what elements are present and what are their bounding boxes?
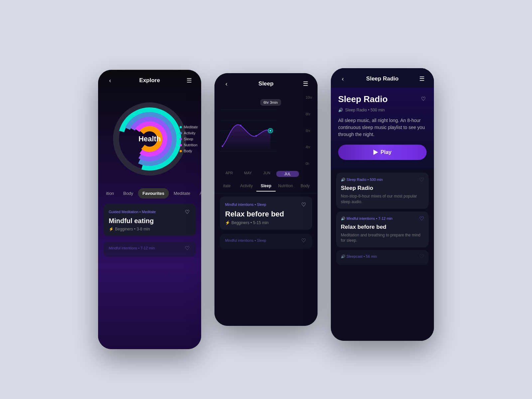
- list-card2-meta-text: 🔊 Mindful intentions • 7-12 min: [341, 216, 392, 221]
- dot-apr: [221, 146, 223, 147]
- list-card3-meta: 🔊 Sleepcast • 56 min ♡: [341, 253, 424, 260]
- heart-button[interactable]: ♡: [184, 208, 191, 215]
- hero-description: All sleep music, all night long. An 8-ho…: [338, 117, 427, 138]
- legend: Meditate Activity Sleep Nutrition: [180, 125, 198, 153]
- tab-sleep-2[interactable]: Sleep: [256, 181, 276, 192]
- phone2-tabs: itate Activity Sleep Nutrition Body: [214, 179, 318, 194]
- legend-nutrition: Nutrition: [180, 143, 198, 147]
- back-button[interactable]: ‹: [105, 76, 115, 85]
- menu-button-2[interactable]: ☰: [301, 79, 310, 88]
- list-card2-title: Relax before bed: [341, 224, 424, 230]
- legend-label-meditate: Meditate: [184, 125, 198, 129]
- list-heart-2[interactable]: ♡: [419, 215, 424, 222]
- tab-activity[interactable]: Activit: [195, 188, 201, 199]
- y-label-8hr: 8hr: [306, 112, 312, 116]
- list-card2-desc: Meditation and breathing to prepare the …: [341, 232, 424, 244]
- menu-button[interactable]: ☰: [185, 76, 194, 85]
- card2-meta: Mindful intentions • Sleep ♡: [225, 201, 307, 208]
- legend-activity: Activity: [180, 131, 198, 135]
- phone1-topbar: ‹ Explore ☰: [98, 70, 201, 89]
- y-labels: 10hr 8hr 6hr 4hr 0h: [306, 92, 312, 169]
- card2-meta-text: Mindful intentions • Sleep: [225, 202, 266, 206]
- x-label-apr[interactable]: APR: [220, 171, 239, 177]
- speaker-icon-3: 🔊: [341, 216, 346, 220]
- phone1-content: ‹ Explore ☰ Health: [98, 70, 201, 349]
- x-labels: APR MAY JUN JUL: [214, 169, 304, 179]
- phone3-content: ‹ Sleep Radio ☰ Sleep Radio 🔊 Sleep Radi…: [331, 68, 434, 341]
- back-button-3[interactable]: ‹: [338, 74, 347, 83]
- health-label: Health: [138, 135, 161, 143]
- chart-tooltip: 6hr 3min: [260, 99, 281, 106]
- list-area: 🔊 Sleep Radio • 500 min ♡ Sleep Radio No…: [331, 170, 434, 341]
- hero-meta-text: Sleep Radio • 500 min: [345, 108, 385, 112]
- card-partial: Mindful intentions • Sleep ♡: [220, 234, 312, 249]
- heart-button-4[interactable]: ♡: [300, 237, 307, 244]
- bolt-icon: ⚡: [109, 227, 114, 231]
- page-title-2: Sleep: [258, 80, 273, 87]
- hero-section: Sleep Radio 🔊 Sleep Radio • 500 min ♡ Al…: [331, 87, 434, 170]
- page-title: Explore: [139, 77, 160, 84]
- list-card3-meta-text: 🔊 Sleepcast • 56 min: [341, 254, 377, 259]
- heart-button-3[interactable]: ♡: [300, 201, 307, 208]
- hero-heart[interactable]: ♡: [420, 95, 427, 102]
- legend-meditate: Meditate: [180, 125, 198, 129]
- back-button-2[interactable]: ‹: [222, 79, 231, 88]
- legend-sleep: Sleep: [180, 137, 198, 141]
- chart-area: [222, 125, 270, 152]
- card-meta-text-2: Mindful intentions • 7-12 min: [109, 246, 155, 250]
- x-label-jun[interactable]: JUN: [257, 171, 276, 177]
- sleep-chart: 6hr 3min: [220, 92, 312, 169]
- speaker-icon-2: 🔊: [341, 178, 346, 182]
- play-icon: [373, 150, 378, 155]
- y-label-10hr: 10hr: [306, 96, 312, 99]
- list-heart-1[interactable]: ♡: [419, 177, 424, 183]
- list-card1-meta-text: 🔊 Sleep Radio • 500 min: [341, 178, 383, 182]
- rings: Health: [113, 102, 186, 176]
- tab-meditate[interactable]: Meditate: [169, 188, 195, 199]
- hero-title: Sleep Radio: [338, 94, 388, 104]
- legend-dot-body: [180, 150, 182, 152]
- x-label-may[interactable]: MAY: [239, 171, 258, 177]
- legend-dot-meditate: [180, 126, 182, 128]
- heart-button-2[interactable]: ♡: [184, 245, 191, 251]
- tab-nutrition[interactable]: Nutrition: [276, 181, 295, 192]
- legend-label-nutrition: Nutrition: [184, 143, 198, 147]
- play-button[interactable]: Play: [338, 145, 427, 160]
- list-card-relax: 🔊 Mindful intentions • 7-12 min ♡ Relax …: [336, 211, 429, 248]
- hero-text: Sleep Radio 🔊 Sleep Radio • 500 min: [338, 94, 388, 117]
- dot-jul-inner: [269, 130, 271, 132]
- list-heart-3[interactable]: ♡: [419, 253, 424, 260]
- tab-favourites[interactable]: Favourites: [138, 188, 169, 199]
- card3-meta-text: Mindful intentions • Sleep: [225, 238, 266, 242]
- list-card-sleep-radio: 🔊 Sleep Radio • 500 min ♡ Sleep Radio No…: [336, 173, 429, 209]
- list-card1-desc: Non-stop-8-hour mixes of our most popula…: [341, 194, 424, 205]
- tab-itate[interactable]: itate: [217, 181, 237, 192]
- bolt-icon-2: ⚡: [225, 220, 230, 225]
- phone3-topbar: ‹ Sleep Radio ☰: [331, 68, 434, 87]
- card-title: Mindful eating: [109, 217, 191, 225]
- phones-container: ‹ Explore ☰ Health: [85, 37, 447, 362]
- list-card1-meta-label: Sleep Radio • 500 min: [346, 178, 383, 182]
- tab-activity-2[interactable]: Activity: [237, 181, 256, 192]
- card2-title: Relax before bed: [225, 210, 307, 218]
- phone2-content: ‹ Sleep ☰ 6hr 3min: [214, 73, 318, 326]
- legend-label-sleep: Sleep: [184, 137, 193, 141]
- dot-may: [240, 125, 241, 126]
- list-card2-meta-label: Mindful intentions • 7-12 min: [346, 216, 392, 220]
- list-card1-title: Sleep Radio: [341, 185, 424, 192]
- tab-ition[interactable]: ition: [101, 188, 119, 199]
- card-meta-2: Mindful intentions • 7-12 min ♡: [109, 245, 191, 251]
- menu-button-3[interactable]: ☰: [417, 74, 427, 83]
- list-card1-meta: 🔊 Sleep Radio • 500 min ♡: [341, 177, 424, 183]
- legend-label-body: Body: [184, 149, 192, 153]
- tab-body-2[interactable]: Body: [295, 181, 315, 192]
- y-label-4hr: 4hr: [306, 145, 312, 149]
- phone1-tabs: ition Body Favourites Meditate Activit: [98, 186, 201, 201]
- tab-body[interactable]: Body: [119, 188, 138, 199]
- list-card-sleepcast: 🔊 Sleepcast • 56 min ♡: [336, 250, 429, 265]
- x-label-jul[interactable]: JUL: [276, 171, 299, 177]
- legend-dot-nutrition: [180, 144, 182, 146]
- phone2-topbar: ‹ Sleep ☰: [214, 73, 318, 92]
- list-card2-meta: 🔊 Mindful intentions • 7-12 min ♡: [341, 215, 424, 222]
- phone-explore: ‹ Explore ☰ Health: [98, 70, 201, 349]
